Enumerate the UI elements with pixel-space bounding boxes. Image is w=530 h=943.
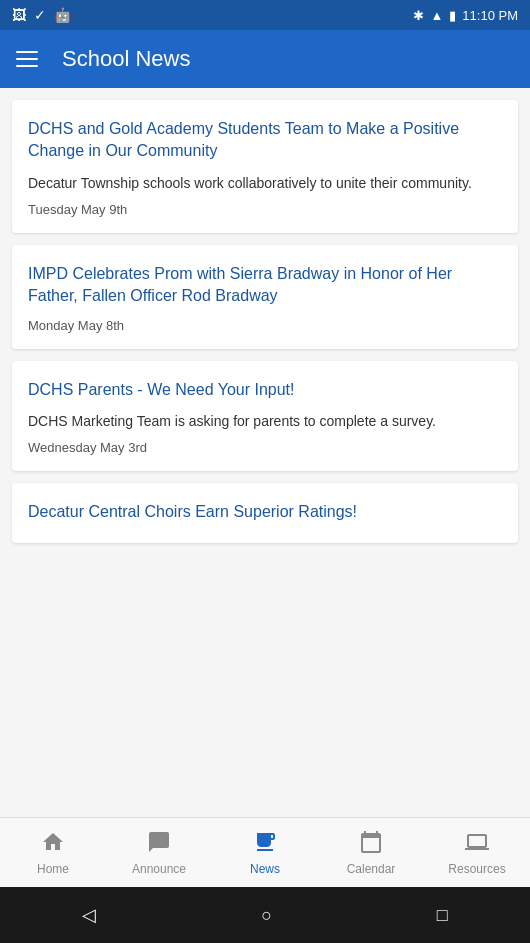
resources-icon bbox=[465, 830, 489, 858]
calendar-icon bbox=[359, 830, 383, 858]
news-title-4: Decatur Central Choirs Earn Superior Rat… bbox=[28, 501, 502, 523]
news-list: DCHS and Gold Academy Students Team to M… bbox=[0, 88, 530, 817]
nav-announce[interactable]: Announce bbox=[106, 818, 212, 887]
check-icon: ✓ bbox=[34, 7, 46, 23]
nav-calendar-label: Calendar bbox=[347, 862, 396, 876]
news-card-3[interactable]: DCHS Parents - We Need Your Input! DCHS … bbox=[12, 361, 518, 471]
news-title-3: DCHS Parents - We Need Your Input! bbox=[28, 379, 502, 401]
bottom-nav: Home Announce News Calendar Resources bbox=[0, 817, 530, 887]
news-summary-3: DCHS Marketing Team is asking for parent… bbox=[28, 411, 502, 432]
news-icon bbox=[253, 830, 277, 858]
home-button[interactable]: ○ bbox=[261, 905, 272, 926]
news-date-3: Wednesday May 3rd bbox=[28, 440, 502, 455]
news-title-1: DCHS and Gold Academy Students Team to M… bbox=[28, 118, 502, 163]
nav-home-label: Home bbox=[37, 862, 69, 876]
nav-news-label: News bbox=[250, 862, 280, 876]
android-nav-bar: ◁ ○ □ bbox=[0, 887, 530, 943]
menu-button[interactable] bbox=[16, 51, 38, 67]
nav-resources[interactable]: Resources bbox=[424, 818, 530, 887]
battery-icon: ▮ bbox=[449, 8, 456, 23]
news-date-1: Tuesday May 9th bbox=[28, 202, 502, 217]
announce-icon bbox=[147, 830, 171, 858]
screenshot-icon: 🖼 bbox=[12, 7, 26, 23]
news-card-1[interactable]: DCHS and Gold Academy Students Team to M… bbox=[12, 100, 518, 233]
page-title: School News bbox=[62, 46, 190, 72]
news-summary-1: Decatur Township schools work collaborat… bbox=[28, 173, 502, 194]
news-card-2[interactable]: IMPD Celebrates Prom with Sierra Bradway… bbox=[12, 245, 518, 349]
nav-announce-label: Announce bbox=[132, 862, 186, 876]
bluetooth-icon: ✱ bbox=[413, 8, 424, 23]
home-icon bbox=[41, 830, 65, 858]
recents-button[interactable]: □ bbox=[437, 905, 448, 926]
status-bar-icons: 🖼 ✓ 🤖 bbox=[12, 7, 71, 23]
nav-home[interactable]: Home bbox=[0, 818, 106, 887]
back-button[interactable]: ◁ bbox=[82, 904, 96, 926]
status-bar: 🖼 ✓ 🤖 ✱ ▲ ▮ 11:10 PM bbox=[0, 0, 530, 30]
news-card-4[interactable]: Decatur Central Choirs Earn Superior Rat… bbox=[12, 483, 518, 543]
news-title-2: IMPD Celebrates Prom with Sierra Bradway… bbox=[28, 263, 502, 308]
wifi-icon: ▲ bbox=[430, 8, 443, 23]
android-icon: 🤖 bbox=[54, 7, 71, 23]
top-bar: School News bbox=[0, 30, 530, 88]
nav-news[interactable]: News bbox=[212, 818, 318, 887]
nav-resources-label: Resources bbox=[448, 862, 505, 876]
nav-calendar[interactable]: Calendar bbox=[318, 818, 424, 887]
news-date-2: Monday May 8th bbox=[28, 318, 502, 333]
time: 11:10 PM bbox=[462, 8, 518, 23]
status-bar-right: ✱ ▲ ▮ 11:10 PM bbox=[413, 8, 518, 23]
